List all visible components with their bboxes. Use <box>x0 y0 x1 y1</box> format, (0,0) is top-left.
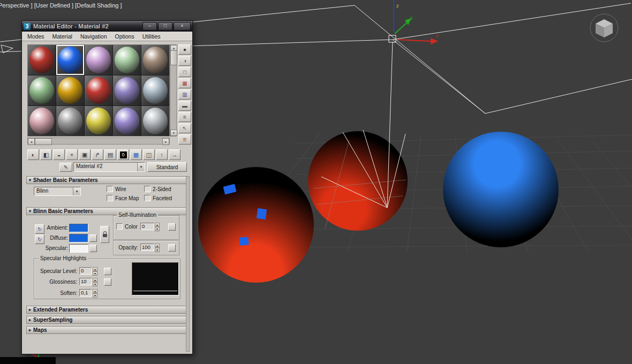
material-slot[interactable] <box>113 106 141 136</box>
rollout-maps[interactable]: ▸ Maps <box>26 326 187 334</box>
spinner-up-icon[interactable]: ▴ <box>93 267 97 271</box>
scrollbar-thumb[interactable] <box>35 138 52 145</box>
scene-sphere-right[interactable] <box>443 132 559 247</box>
spinner-arrows[interactable]: ▴▾ <box>155 244 160 251</box>
slots-horizontal-scrollbar[interactable]: ◄ ► <box>27 138 170 145</box>
material-type-button[interactable]: Standard <box>147 162 187 172</box>
material-slot[interactable] <box>56 106 84 136</box>
window-titlebar[interactable]: 3 Material Editor - Material #2 – □ × <box>22 21 192 32</box>
opacity-spinner[interactable]: 100 ▴▾ <box>140 244 160 251</box>
material-slot[interactable] <box>141 106 169 136</box>
ambient-diffuse-lock-button[interactable] <box>100 226 109 243</box>
checkbox-wire[interactable]: Wire <box>107 186 126 192</box>
material-id-channel-button[interactable]: 0 <box>117 149 129 160</box>
spinner-arrows[interactable]: ▴▾ <box>93 267 97 275</box>
specular-level-spinner[interactable]: 0 ▴▾ <box>79 267 97 275</box>
material-slot[interactable] <box>56 45 84 75</box>
spinner-arrows[interactable]: ▴▾ <box>155 223 160 230</box>
material-slot[interactable] <box>56 75 84 105</box>
checkbox-box[interactable] <box>107 195 113 201</box>
minimize-button[interactable]: – <box>142 22 157 31</box>
menu-material[interactable]: Material <box>52 33 72 40</box>
rollout-scrollbar[interactable] <box>186 176 190 352</box>
glossiness-spinner[interactable]: 10 ▴▾ <box>79 278 97 285</box>
spinner-arrows[interactable]: ▴▾ <box>93 289 97 297</box>
background-button[interactable]: □ <box>178 67 191 77</box>
material-slot[interactable] <box>85 45 112 75</box>
put-to-library-button[interactable]: ▤ <box>104 149 116 160</box>
make-unique-button[interactable]: ↱ <box>92 149 103 160</box>
rollout-blinn-basic-parameters[interactable]: ▾ Blinn Basic Parameters <box>26 207 187 215</box>
specular-level-map-button[interactable] <box>104 268 111 275</box>
backlight-button[interactable]: ◑ <box>178 56 191 66</box>
scrollbar-thumb[interactable] <box>170 50 177 65</box>
scrollbar-track[interactable] <box>52 138 162 144</box>
spinner-down-icon[interactable]: ▾ <box>93 282 97 286</box>
checkbox-2-sided[interactable]: 2-Sided <box>144 186 171 192</box>
material-slot[interactable] <box>28 45 56 75</box>
chevron-down-icon[interactable]: ▾ <box>73 187 80 195</box>
assign-material-to-selection-button[interactable]: ◒ <box>53 149 65 160</box>
spinner-down-icon[interactable]: ▾ <box>155 248 160 252</box>
menu-navigation[interactable]: Navigation <box>80 33 107 40</box>
rollout-shader-basic-parameters[interactable]: ▾ Shader Basic Parameters <box>26 176 187 184</box>
menu-modes[interactable]: Modes <box>27 33 44 40</box>
options-button[interactable]: ≡ <box>178 112 191 122</box>
sample-uv-tiling-button[interactable]: ▦ <box>178 78 191 88</box>
slots-vertical-scrollbar[interactable]: ▲ ▼ <box>170 44 177 136</box>
spinner-up-icon[interactable]: ▴ <box>93 289 97 293</box>
spinner-up-icon[interactable]: ▴ <box>155 244 160 248</box>
spinner-down-icon[interactable]: ▾ <box>93 271 97 276</box>
self-illumination-map-button[interactable] <box>168 223 176 231</box>
make-material-copy-button[interactable]: ▣ <box>79 149 91 160</box>
ambient-color-swatch[interactable] <box>69 224 88 232</box>
make-preview-button[interactable]: ▬ <box>178 101 191 111</box>
spinner-down-icon[interactable]: ▾ <box>155 227 160 231</box>
scroll-left-icon[interactable]: ◄ <box>28 138 35 145</box>
material-slot[interactable] <box>28 75 56 105</box>
checkbox-box[interactable] <box>107 186 113 192</box>
spinner-up-icon[interactable]: ▴ <box>93 278 97 282</box>
close-button[interactable]: × <box>174 22 191 31</box>
put-material-to-scene-button[interactable]: ◧ <box>40 149 52 160</box>
sample-type-button[interactable]: ● <box>178 44 191 55</box>
video-color-check-button[interactable]: ▥ <box>178 89 191 100</box>
spinner-arrows[interactable]: ▴▾ <box>93 278 97 285</box>
scroll-down-icon[interactable]: ▼ <box>170 130 177 136</box>
menu-options[interactable]: Options <box>115 33 134 40</box>
checkbox-faceted[interactable]: Faceted <box>144 195 172 201</box>
reset-map-button[interactable]: × <box>66 149 78 160</box>
go-to-parent-button[interactable]: ↑ <box>156 149 168 160</box>
rollout-extended-parameters[interactable]: ▸ Extended Parameters <box>26 306 187 314</box>
menu-utilities[interactable]: Utilities <box>142 33 161 40</box>
select-by-material-button[interactable]: ↖ <box>178 123 191 133</box>
material-slot[interactable] <box>141 75 169 105</box>
diffuse-map-button[interactable] <box>89 234 97 242</box>
glossiness-map-button[interactable] <box>104 278 111 286</box>
specular-color-swatch[interactable] <box>69 244 88 253</box>
scroll-right-icon[interactable]: ► <box>162 138 169 145</box>
material-slot[interactable] <box>113 75 141 105</box>
pick-material-from-object-button[interactable]: ✎ <box>59 163 72 172</box>
specular-map-button[interactable] <box>89 245 97 252</box>
maximize-button[interactable]: □ <box>158 22 172 31</box>
go-forward-to-sibling-button[interactable]: → <box>169 149 180 160</box>
checkbox-self-illum-color[interactable]: Color <box>116 223 138 230</box>
checkbox-box[interactable] <box>144 186 151 192</box>
material-slot[interactable] <box>85 106 112 136</box>
material-editor-window[interactable]: 3 Material Editor - Material #2 – □ × Mo… <box>21 20 193 354</box>
checkbox-face-map[interactable]: Face Map <box>107 195 139 201</box>
scene-sphere-left[interactable] <box>198 167 314 283</box>
soften-spinner[interactable]: 0,1 ▴▾ <box>79 289 97 297</box>
get-material-button[interactable]: ◐ <box>27 149 39 160</box>
material-slot[interactable] <box>85 75 112 105</box>
material-map-navigator-button[interactable]: ≣ <box>178 134 191 145</box>
spinner-down-icon[interactable]: ▾ <box>93 293 97 298</box>
material-slot[interactable] <box>28 106 56 136</box>
opacity-map-button[interactable] <box>168 244 176 252</box>
material-slot[interactable] <box>113 45 141 75</box>
show-end-result-button[interactable]: ◫ <box>143 149 155 160</box>
diffuse-color-swatch[interactable] <box>69 234 88 242</box>
checkbox-box[interactable] <box>144 195 151 201</box>
show-shaded-material-button[interactable]: ▦ <box>130 149 142 160</box>
